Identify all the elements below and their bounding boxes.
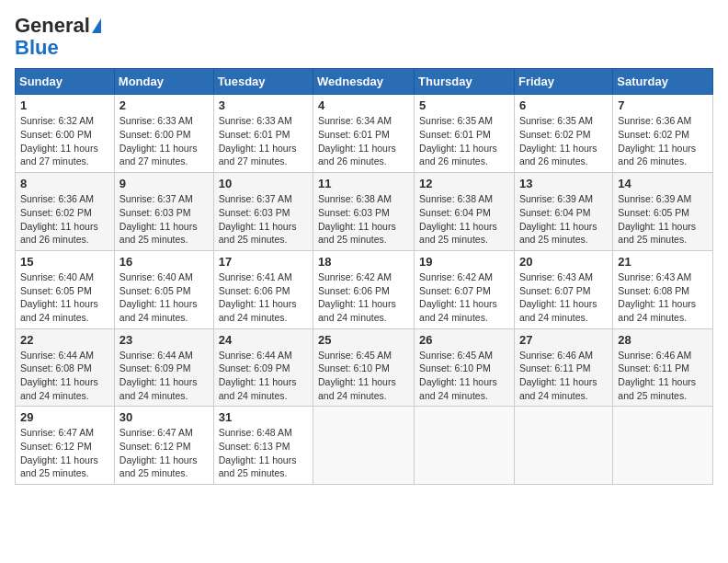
day-number: 19 xyxy=(419,255,509,269)
day-info: Sunrise: 6:40 AMSunset: 6:05 PMDaylight:… xyxy=(119,271,198,323)
calendar-cell: 27 Sunrise: 6:46 AMSunset: 6:11 PMDaylig… xyxy=(514,328,612,407)
day-info: Sunrise: 6:47 AMSunset: 6:12 PMDaylight:… xyxy=(20,427,98,478)
calendar-cell: 8 Sunrise: 6:36 AMSunset: 6:02 PMDayligh… xyxy=(16,173,115,251)
day-info: Sunrise: 6:36 AMSunset: 6:02 PMDaylight:… xyxy=(20,193,98,245)
calendar-cell: 31 Sunrise: 6:48 AMSunset: 6:13 PMDaylig… xyxy=(213,407,313,485)
calendar-cell xyxy=(613,407,713,485)
day-number: 1 xyxy=(20,98,109,112)
day-number: 25 xyxy=(318,333,409,347)
calendar-cell: 30 Sunrise: 6:47 AMSunset: 6:12 PMDaylig… xyxy=(114,407,213,485)
day-info: Sunrise: 6:37 AMSunset: 6:03 PMDaylight:… xyxy=(219,193,297,245)
day-info: Sunrise: 6:47 AMSunset: 6:12 PMDaylight:… xyxy=(119,427,198,478)
calendar-cell: 6 Sunrise: 6:35 AMSunset: 6:02 PMDayligh… xyxy=(514,95,612,173)
page-header: General Blue xyxy=(15,15,713,59)
day-number: 23 xyxy=(119,333,209,347)
day-info: Sunrise: 6:34 AMSunset: 6:01 PMDaylight:… xyxy=(318,115,396,167)
day-info: Sunrise: 6:38 AMSunset: 6:03 PMDaylight:… xyxy=(318,193,396,245)
day-number: 13 xyxy=(519,177,608,190)
day-info: Sunrise: 6:33 AMSunset: 6:01 PMDaylight:… xyxy=(219,115,297,167)
calendar-cell: 25 Sunrise: 6:45 AMSunset: 6:10 PMDaylig… xyxy=(313,328,415,407)
day-info: Sunrise: 6:35 AMSunset: 6:02 PMDaylight:… xyxy=(519,115,597,167)
day-number: 16 xyxy=(119,255,209,269)
calendar-cell: 14 Sunrise: 6:39 AMSunset: 6:05 PMDaylig… xyxy=(613,173,713,251)
calendar-cell: 24 Sunrise: 6:44 AMSunset: 6:09 PMDaylig… xyxy=(213,328,313,407)
day-info: Sunrise: 6:41 AMSunset: 6:06 PMDaylight:… xyxy=(219,271,297,323)
calendar-cell: 22 Sunrise: 6:44 AMSunset: 6:08 PMDaylig… xyxy=(16,328,115,407)
calendar-cell: 21 Sunrise: 6:43 AMSunset: 6:08 PMDaylig… xyxy=(613,250,713,328)
day-number: 21 xyxy=(618,255,708,269)
calendar-cell: 20 Sunrise: 6:43 AMSunset: 6:07 PMDaylig… xyxy=(514,250,612,328)
calendar-cell: 18 Sunrise: 6:42 AMSunset: 6:06 PMDaylig… xyxy=(313,250,415,328)
calendar-cell: 3 Sunrise: 6:33 AMSunset: 6:01 PMDayligh… xyxy=(213,95,313,173)
calendar-cell: 4 Sunrise: 6:34 AMSunset: 6:01 PMDayligh… xyxy=(313,95,415,173)
calendar-cell xyxy=(313,407,415,485)
calendar-cell: 10 Sunrise: 6:37 AMSunset: 6:03 PMDaylig… xyxy=(213,173,313,251)
day-number: 8 xyxy=(20,177,109,190)
day-number: 30 xyxy=(119,410,209,424)
calendar-cell xyxy=(415,407,515,485)
day-number: 14 xyxy=(618,177,708,190)
day-info: Sunrise: 6:42 AMSunset: 6:06 PMDaylight:… xyxy=(318,271,396,323)
weekday-header: Tuesday xyxy=(213,69,313,95)
weekday-header: Monday xyxy=(114,69,213,95)
day-number: 28 xyxy=(618,333,708,347)
calendar-cell: 17 Sunrise: 6:41 AMSunset: 6:06 PMDaylig… xyxy=(213,250,313,328)
calendar-cell: 12 Sunrise: 6:38 AMSunset: 6:04 PMDaylig… xyxy=(415,173,515,251)
day-info: Sunrise: 6:46 AMSunset: 6:11 PMDaylight:… xyxy=(519,350,597,401)
day-number: 5 xyxy=(419,98,509,112)
calendar-cell: 15 Sunrise: 6:40 AMSunset: 6:05 PMDaylig… xyxy=(16,250,115,328)
calendar-cell: 29 Sunrise: 6:47 AMSunset: 6:12 PMDaylig… xyxy=(16,407,115,485)
day-info: Sunrise: 6:40 AMSunset: 6:05 PMDaylight:… xyxy=(20,271,98,323)
calendar-cell: 11 Sunrise: 6:38 AMSunset: 6:03 PMDaylig… xyxy=(313,173,415,251)
day-number: 26 xyxy=(419,333,509,347)
day-number: 11 xyxy=(318,177,409,190)
day-info: Sunrise: 6:45 AMSunset: 6:10 PMDaylight:… xyxy=(318,350,396,401)
day-number: 6 xyxy=(519,98,608,112)
day-info: Sunrise: 6:43 AMSunset: 6:08 PMDaylight:… xyxy=(618,271,696,323)
day-number: 24 xyxy=(219,333,308,347)
weekday-header: Sunday xyxy=(16,69,115,95)
day-info: Sunrise: 6:39 AMSunset: 6:05 PMDaylight:… xyxy=(618,193,696,245)
calendar-cell: 5 Sunrise: 6:35 AMSunset: 6:01 PMDayligh… xyxy=(415,95,515,173)
calendar-cell: 1 Sunrise: 6:32 AMSunset: 6:00 PMDayligh… xyxy=(16,95,115,173)
calendar-cell: 23 Sunrise: 6:44 AMSunset: 6:09 PMDaylig… xyxy=(114,328,213,407)
day-number: 29 xyxy=(20,410,109,424)
day-number: 7 xyxy=(618,98,708,112)
calendar-cell xyxy=(514,407,612,485)
weekday-header: Thursday xyxy=(415,69,515,95)
day-info: Sunrise: 6:44 AMSunset: 6:08 PMDaylight:… xyxy=(20,350,98,401)
weekday-header: Wednesday xyxy=(313,69,415,95)
day-info: Sunrise: 6:38 AMSunset: 6:04 PMDaylight:… xyxy=(419,193,497,245)
day-info: Sunrise: 6:36 AMSunset: 6:02 PMDaylight:… xyxy=(618,115,696,167)
day-info: Sunrise: 6:32 AMSunset: 6:00 PMDaylight:… xyxy=(20,115,98,167)
day-number: 12 xyxy=(419,177,509,190)
calendar-week-row: 15 Sunrise: 6:40 AMSunset: 6:05 PMDaylig… xyxy=(16,250,713,328)
calendar-week-row: 8 Sunrise: 6:36 AMSunset: 6:02 PMDayligh… xyxy=(16,173,713,251)
day-number: 31 xyxy=(219,410,308,424)
day-info: Sunrise: 6:44 AMSunset: 6:09 PMDaylight:… xyxy=(219,350,297,401)
calendar-cell: 26 Sunrise: 6:45 AMSunset: 6:10 PMDaylig… xyxy=(415,328,515,407)
calendar-cell: 16 Sunrise: 6:40 AMSunset: 6:05 PMDaylig… xyxy=(114,250,213,328)
day-number: 20 xyxy=(519,255,608,269)
day-number: 2 xyxy=(119,98,209,112)
day-number: 18 xyxy=(318,255,409,269)
calendar-week-row: 22 Sunrise: 6:44 AMSunset: 6:08 PMDaylig… xyxy=(16,328,713,407)
day-info: Sunrise: 6:45 AMSunset: 6:10 PMDaylight:… xyxy=(419,350,497,401)
calendar-header-row: SundayMondayTuesdayWednesdayThursdayFrid… xyxy=(16,69,713,95)
logo: General Blue xyxy=(15,15,101,59)
day-number: 15 xyxy=(20,255,109,269)
day-number: 10 xyxy=(219,177,308,190)
day-info: Sunrise: 6:39 AMSunset: 6:04 PMDaylight:… xyxy=(519,193,597,245)
day-info: Sunrise: 6:37 AMSunset: 6:03 PMDaylight:… xyxy=(119,193,198,245)
calendar-table: SundayMondayTuesdayWednesdayThursdayFrid… xyxy=(15,68,713,485)
day-number: 4 xyxy=(318,98,409,112)
day-number: 3 xyxy=(219,98,308,112)
weekday-header: Friday xyxy=(514,69,612,95)
calendar-cell: 7 Sunrise: 6:36 AMSunset: 6:02 PMDayligh… xyxy=(613,95,713,173)
calendar-cell: 9 Sunrise: 6:37 AMSunset: 6:03 PMDayligh… xyxy=(114,173,213,251)
calendar-cell: 2 Sunrise: 6:33 AMSunset: 6:00 PMDayligh… xyxy=(114,95,213,173)
day-number: 9 xyxy=(119,177,209,190)
day-info: Sunrise: 6:33 AMSunset: 6:00 PMDaylight:… xyxy=(119,115,198,167)
day-number: 27 xyxy=(519,333,608,347)
day-info: Sunrise: 6:44 AMSunset: 6:09 PMDaylight:… xyxy=(119,350,198,401)
